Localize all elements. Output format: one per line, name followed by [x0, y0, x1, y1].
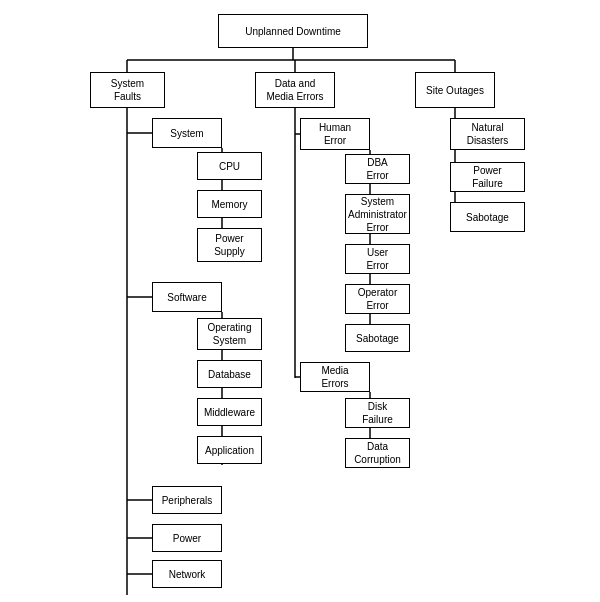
diagram: Unplanned DowntimeSystemFaultsData andMe…	[0, 0, 600, 602]
node-humanError: HumanError	[300, 118, 370, 150]
node-powerFailure: PowerFailure	[450, 162, 525, 192]
node-operatingSystem: OperatingSystem	[197, 318, 262, 350]
node-userError: UserError	[345, 244, 410, 274]
node-sabotage: Sabotage	[450, 202, 525, 232]
node-powerSupply: PowerSupply	[197, 228, 262, 262]
node-naturalDisasters: NaturalDisasters	[450, 118, 525, 150]
node-memory: Memory	[197, 190, 262, 218]
node-dbaError: DBAError	[345, 154, 410, 184]
node-sysAdminError: SystemAdministratorError	[345, 194, 410, 234]
node-diskFailure: DiskFailure	[345, 398, 410, 428]
node-operatorError: OperatorError	[345, 284, 410, 314]
node-mediaErrors: MediaErrors	[300, 362, 370, 392]
node-system: System	[152, 118, 222, 148]
node-systemFaults: SystemFaults	[90, 72, 165, 108]
node-software: Software	[152, 282, 222, 312]
node-peripherals: Peripherals	[152, 486, 222, 514]
node-dataMedia: Data andMedia Errors	[255, 72, 335, 108]
node-database: Database	[197, 360, 262, 388]
node-network: Network	[152, 560, 222, 588]
node-root: Unplanned Downtime	[218, 14, 368, 48]
node-cpu: CPU	[197, 152, 262, 180]
node-middleware: Middleware	[197, 398, 262, 426]
node-application: Application	[197, 436, 262, 464]
node-dataCorruption: DataCorruption	[345, 438, 410, 468]
node-siteOutages: Site Outages	[415, 72, 495, 108]
node-sabotageHuman: Sabotage	[345, 324, 410, 352]
node-power: Power	[152, 524, 222, 552]
